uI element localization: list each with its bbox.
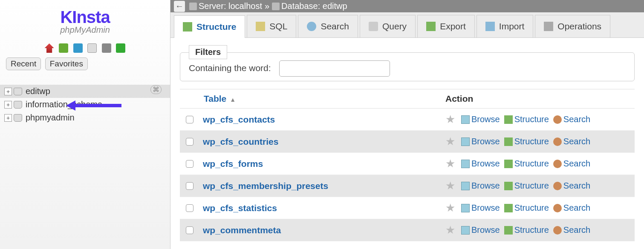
server-label: Server: <box>199 1 226 11</box>
table-name[interactable]: wp_cfs_forms <box>203 159 263 169</box>
brand-name: KInsta <box>0 8 170 27</box>
browse-link[interactable]: Browse <box>461 137 500 146</box>
search-icon <box>553 137 562 146</box>
tab-bar: StructureSQLSearchQueryExportImportOpera… <box>170 12 644 38</box>
search-link[interactable]: Search <box>553 225 590 235</box>
app-name: phpMyAdmin <box>0 25 170 35</box>
query-icon <box>369 22 378 31</box>
tab-import[interactable]: Import <box>477 15 534 37</box>
expand-icon[interactable]: + <box>4 101 12 109</box>
sql-icon <box>256 22 265 31</box>
breadcrumb-separator: » <box>265 1 269 11</box>
table-row: wp_cfs_contacts★BrowseStructureSearch <box>180 109 635 131</box>
structure-link[interactable]: Structure <box>504 159 549 169</box>
structure-icon <box>504 182 513 190</box>
structure-icon <box>504 204 513 212</box>
search-link[interactable]: Search <box>553 114 590 124</box>
database-icon <box>14 88 22 95</box>
column-table[interactable]: Table▲ <box>204 94 236 104</box>
row-checkbox[interactable] <box>186 204 193 212</box>
browse-icon <box>461 182 470 190</box>
export-icon <box>426 22 436 31</box>
table-name[interactable]: wp_cfs_membership_presets <box>203 181 328 191</box>
db-name: editwp <box>26 86 50 96</box>
link-icon[interactable]: ⌘ <box>150 85 162 94</box>
row-checkbox[interactable] <box>186 160 193 168</box>
database-icon <box>272 3 280 10</box>
table-row: wp_cfs_membership_presets★BrowseStructur… <box>180 175 635 197</box>
back-button[interactable]: ← <box>174 1 185 12</box>
filter-input[interactable] <box>279 60 390 77</box>
structure-icon <box>183 22 192 31</box>
info-icon[interactable] <box>73 43 83 53</box>
table-row: wp_commentmeta★BrowseStructureSearch <box>180 219 635 241</box>
browse-link[interactable]: Browse <box>461 203 500 213</box>
home-icon[interactable] <box>45 43 54 53</box>
tab-operations[interactable]: Operations <box>535 15 610 37</box>
docs-icon[interactable] <box>87 43 97 53</box>
database-icon <box>14 101 22 109</box>
favorite-icon[interactable]: ★ <box>445 135 455 148</box>
column-action: Action <box>445 94 629 104</box>
browse-link[interactable]: Browse <box>461 181 500 191</box>
browse-link[interactable]: Browse <box>461 159 500 169</box>
server-value[interactable]: localhost <box>228 1 262 11</box>
operations-icon <box>544 22 553 31</box>
search-link[interactable]: Search <box>553 137 590 146</box>
tab-sql[interactable]: SQL <box>247 15 296 37</box>
sidebar-toolbar <box>0 43 170 55</box>
expand-icon[interactable]: + <box>4 88 12 95</box>
favorite-icon[interactable]: ★ <box>445 223 455 237</box>
browse-link[interactable]: Browse <box>461 225 500 235</box>
database-icon <box>14 114 22 122</box>
tab-structure[interactable]: Structure <box>174 15 245 38</box>
main-panel: ← Server: localhost » Database: editwp S… <box>170 0 644 249</box>
table-name[interactable]: wp_cfs_contacts <box>203 114 275 125</box>
search-link[interactable]: Search <box>553 181 590 191</box>
structure-link[interactable]: Structure <box>504 203 549 213</box>
table-row: wp_cfs_countries★BrowseStructureSearch <box>180 131 635 153</box>
database-value[interactable]: editwp <box>323 1 347 11</box>
table-name[interactable]: wp_cfs_countries <box>203 137 278 147</box>
row-checkbox[interactable] <box>186 138 193 146</box>
db-item-editwp[interactable]: +editwp <box>0 85 170 98</box>
db-item-phpmyadmin[interactable]: +phpmyadmin <box>0 111 170 124</box>
tab-query[interactable]: Query <box>360 15 416 37</box>
browse-link[interactable]: Browse <box>461 114 500 124</box>
recent-button[interactable]: Recent <box>6 57 41 70</box>
favorite-icon[interactable]: ★ <box>445 113 455 126</box>
structure-link[interactable]: Structure <box>504 181 549 191</box>
structure-icon <box>504 226 513 235</box>
logo: KInsta phpMyAdmin <box>0 0 170 37</box>
settings-icon[interactable] <box>102 43 111 53</box>
table-name[interactable]: wp_cfs_statistics <box>203 203 277 213</box>
sort-asc-icon: ▲ <box>230 96 236 103</box>
tab-search[interactable]: Search <box>298 15 358 37</box>
row-checkbox[interactable] <box>186 182 193 190</box>
database-label: Database: <box>281 1 320 11</box>
search-icon <box>553 115 562 124</box>
search-link[interactable]: Search <box>553 159 590 169</box>
table-name[interactable]: wp_commentmeta <box>203 225 281 235</box>
search-icon <box>553 226 562 235</box>
favorite-icon[interactable]: ★ <box>445 179 455 192</box>
server-icon <box>189 3 197 10</box>
filters-legend: Filters <box>189 45 227 59</box>
search-link[interactable]: Search <box>553 203 590 213</box>
structure-link[interactable]: Structure <box>504 225 549 235</box>
structure-icon <box>504 137 513 146</box>
favorite-icon[interactable]: ★ <box>445 157 455 170</box>
search-icon <box>553 182 562 190</box>
structure-link[interactable]: Structure <box>504 114 549 124</box>
structure-link[interactable]: Structure <box>504 137 549 146</box>
structure-icon <box>504 115 513 124</box>
table-row: wp_cfs_forms★BrowseStructureSearch <box>180 153 635 175</box>
tab-export[interactable]: Export <box>417 15 475 37</box>
favorites-button[interactable]: Favorites <box>45 57 88 70</box>
favorite-icon[interactable]: ★ <box>445 201 455 215</box>
expand-icon[interactable]: + <box>4 114 12 122</box>
row-checkbox[interactable] <box>186 116 193 123</box>
row-checkbox[interactable] <box>186 226 193 234</box>
exit-icon[interactable] <box>59 43 68 53</box>
reload-icon[interactable] <box>116 43 125 53</box>
